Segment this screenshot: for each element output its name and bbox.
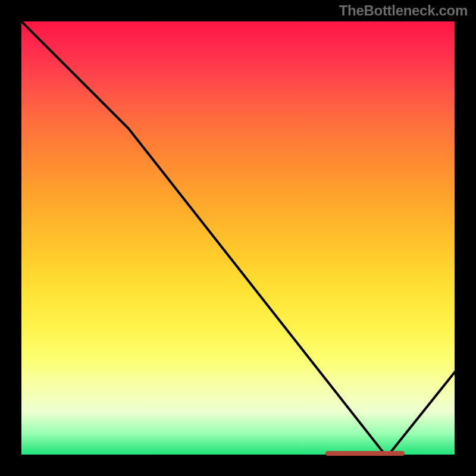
watermark-text: TheBottleneck.com bbox=[339, 2, 468, 19]
chart-frame: TheBottleneck.com bbox=[0, 0, 476, 476]
bottom-marker bbox=[325, 451, 404, 456]
plot-area bbox=[19, 19, 457, 457]
gradient-background bbox=[19, 19, 457, 457]
